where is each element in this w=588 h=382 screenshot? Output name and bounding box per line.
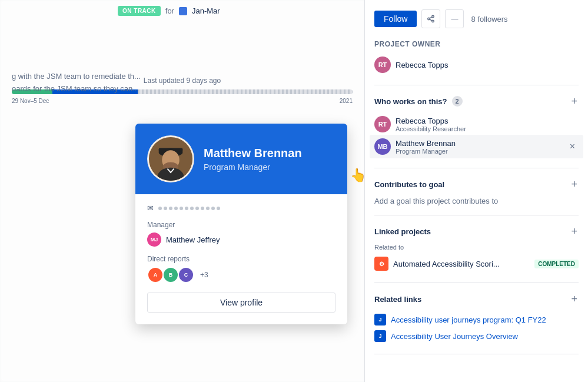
project-owner-header: Project owner bbox=[374, 40, 579, 48]
more-icon: — bbox=[451, 15, 458, 23]
contributes-placeholder: Add a goal this project contributes to bbox=[374, 197, 579, 205]
contact-dots bbox=[158, 207, 220, 210]
project-owner-section: Project owner RT Rebecca Topps bbox=[374, 40, 579, 85]
worker-role-2: Program Manager bbox=[396, 148, 562, 155]
reports-avatars: A B C +3 bbox=[147, 267, 335, 283]
follow-button[interactable]: Follow bbox=[374, 11, 417, 27]
link-icon-2: J bbox=[374, 330, 386, 342]
report-avatar-2: B bbox=[162, 267, 179, 283]
avatar-image bbox=[149, 135, 192, 182]
worker-avatar-2: MB bbox=[374, 138, 391, 155]
remove-worker-button[interactable]: × bbox=[566, 141, 579, 152]
report-avatar-3: C bbox=[178, 267, 194, 283]
worker-name-1: Rebecca Topps bbox=[396, 117, 579, 125]
worker-name-2: Matthew Brennan bbox=[396, 139, 562, 148]
linked-project-row: ⚙ Automated Accessibility Scori... COMPL… bbox=[374, 254, 579, 273]
right-panel: Follow — 8 followers Project owner RT Re… bbox=[364, 0, 588, 382]
popup-header: Matthew Brennan Program Manager bbox=[135, 124, 347, 194]
worker-count: 2 bbox=[452, 96, 463, 107]
contributes-title: Contributes to goal bbox=[374, 180, 444, 189]
svg-point-0 bbox=[432, 15, 434, 18]
who-works-header: Who works on this? 2 + bbox=[374, 95, 579, 108]
owner-row: RT Rebecca Topps bbox=[374, 54, 579, 75]
owner-name: Rebecca Topps bbox=[396, 61, 448, 69]
related-to-label: Related to bbox=[374, 244, 579, 251]
add-worker-button[interactable]: + bbox=[570, 95, 579, 108]
direct-reports-label: Direct reports bbox=[147, 255, 335, 263]
reports-more: +3 bbox=[200, 271, 208, 279]
main-content: g with the JSM team to remediate th... o… bbox=[0, 35, 353, 107]
period-icon bbox=[179, 7, 187, 15]
report-avatar-1: A bbox=[147, 267, 164, 283]
panel-header-actions: Follow — 8 followers bbox=[374, 9, 579, 28]
owner-avatar: RT bbox=[374, 57, 391, 73]
profile-popup: Matthew Brennan Program Manager ✉ Manage… bbox=[135, 124, 347, 324]
linked-projects-section: Linked projects + Related to ⚙ Automated… bbox=[374, 225, 579, 283]
linked-projects-header: Linked projects + bbox=[374, 225, 579, 238]
followers-count: 8 followers bbox=[471, 15, 507, 24]
linked-projects-title: Linked projects bbox=[374, 227, 431, 236]
share-button[interactable] bbox=[421, 9, 440, 28]
worker-info-2: Matthew Brennan Program Manager bbox=[396, 139, 562, 155]
svg-point-2 bbox=[432, 20, 434, 22]
add-goal-button[interactable]: + bbox=[570, 178, 579, 191]
svg-line-3 bbox=[430, 19, 432, 21]
worker-info-1: Rebecca Topps Accessibility Researcher bbox=[396, 117, 579, 132]
content-line-2: oards for the JSM team so they can... bbox=[12, 83, 341, 95]
worker-row-2: MB Matthew Brennan Program Manager × bbox=[370, 135, 583, 158]
project-icon: ⚙ bbox=[374, 257, 388, 271]
view-profile-button[interactable]: View profile bbox=[147, 293, 335, 313]
popup-avatar bbox=[147, 135, 194, 182]
related-links-header: Related links + bbox=[374, 293, 579, 305]
add-linked-project-button[interactable]: + bbox=[570, 225, 579, 238]
content-text: g with the JSM team to remediate th... o… bbox=[12, 71, 341, 95]
popup-name: Matthew Brennan bbox=[204, 147, 302, 160]
manager-avatar: MJ bbox=[147, 232, 161, 247]
link-text-1: Accessibility user journeys program: Q1 … bbox=[391, 315, 546, 324]
more-button[interactable]: — bbox=[445, 9, 464, 28]
period-label: Jan-Mar bbox=[192, 6, 220, 15]
email-icon: ✉ bbox=[147, 204, 154, 212]
manager-name: Matthew Jeffrey bbox=[166, 235, 220, 244]
popup-name-area: Matthew Brennan Program Manager bbox=[204, 147, 302, 172]
linked-project-name: Automated Accessibility Scori... bbox=[393, 260, 530, 268]
worker-avatar-1: RT bbox=[374, 116, 391, 132]
popup-title: Program Manager bbox=[204, 162, 302, 172]
contact-row: ✉ bbox=[147, 204, 335, 212]
related-links-title: Related links bbox=[374, 295, 421, 304]
status-badge: ON TRACK bbox=[118, 6, 161, 16]
manager-row: MJ Matthew Jeffrey bbox=[147, 232, 335, 247]
for-label: for bbox=[165, 6, 174, 15]
link-text-2: Accessibility User Journeys Overview bbox=[391, 332, 518, 341]
link-row-1: J Accessibility user journeys program: Q… bbox=[374, 311, 579, 328]
completed-badge: COMPLETED bbox=[534, 260, 579, 268]
worker-row-1: RT Rebecca Topps Accessibility Researche… bbox=[374, 114, 579, 135]
worker-role-1: Accessibility Researcher bbox=[396, 125, 579, 132]
contributes-section: Contributes to goal + Add a goal this pr… bbox=[374, 178, 579, 215]
project-owner-title: Project owner bbox=[374, 40, 441, 48]
link-icon-1: J bbox=[374, 314, 386, 325]
link-row-2: J Accessibility User Journeys Overview bbox=[374, 328, 579, 344]
svg-line-4 bbox=[430, 17, 432, 18]
popup-body: ✉ Manager MJ Matthew Jeffrey Direct repo… bbox=[135, 194, 347, 324]
contributes-header: Contributes to goal + bbox=[374, 178, 579, 191]
related-links-section: Related links + J Accessibility user jou… bbox=[374, 293, 579, 354]
content-line-1: g with the JSM team to remediate th... bbox=[12, 71, 341, 83]
svg-point-1 bbox=[428, 18, 430, 20]
who-works-section: Who works on this? 2 + RT Rebecca Topps … bbox=[374, 95, 579, 168]
add-related-link-button[interactable]: + bbox=[570, 293, 579, 305]
manager-label: Manager bbox=[147, 221, 335, 229]
who-works-title: Who works on this? bbox=[374, 97, 447, 106]
